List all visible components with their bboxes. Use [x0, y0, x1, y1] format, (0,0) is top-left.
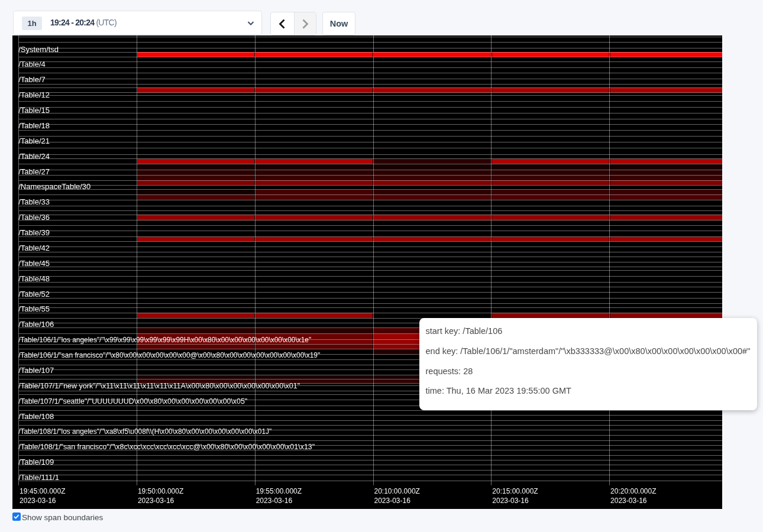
svg-text:2023-03-16: 2023-03-16 [492, 497, 529, 505]
svg-text:/Table/108/1/"los angeles"/"\x: /Table/108/1/"los angeles"/"\xa8\xf5\u00… [18, 427, 271, 436]
svg-text:/Table/48: /Table/48 [18, 274, 50, 283]
svg-text:2023-03-16: 2023-03-16 [610, 497, 647, 505]
svg-text:/Table/107/1/"new york"/"\x11\: /Table/107/1/"new york"/"\x11\x11\x11\x1… [18, 381, 300, 390]
svg-text:19:45:00.000Z: 19:45:00.000Z [20, 487, 65, 495]
svg-text:/Table/24: /Table/24 [18, 152, 50, 161]
svg-text:19:55:00.000Z: 19:55:00.000Z [256, 487, 302, 495]
svg-text:/Table/27: /Table/27 [18, 167, 50, 176]
svg-text:/System/tsd: /System/tsd [18, 45, 59, 54]
svg-text:2023-03-16: 2023-03-16 [256, 497, 293, 505]
svg-text:/Table/106: /Table/106 [18, 320, 54, 329]
svg-text:/Table/108/1/"san francisco"/": /Table/108/1/"san francisco"/"\x8c\xcc\x… [18, 442, 315, 451]
svg-text:/NamespaceTable/30: /NamespaceTable/30 [18, 182, 90, 191]
svg-text:/Table/107/1/"seattle"/"UUUUUU: /Table/107/1/"seattle"/"UUUUUUUD\x00\x80… [18, 397, 247, 406]
svg-text:2023-03-16: 2023-03-16 [20, 497, 56, 505]
svg-text:/Table/106/1/"san francisco"/": /Table/106/1/"san francisco"/"\x80\x00\x… [18, 351, 320, 359]
svg-text:/Table/108: /Table/108 [18, 412, 54, 421]
svg-text:20:15:00.000Z: 20:15:00.000Z [492, 487, 538, 495]
svg-text:/Table/107: /Table/107 [18, 366, 54, 375]
svg-text:/Table/7: /Table/7 [18, 75, 46, 84]
svg-text:/Table/15: /Table/15 [18, 106, 50, 115]
svg-text:/Table/36: /Table/36 [18, 213, 50, 222]
svg-text:/Table/4: /Table/4 [18, 60, 46, 69]
svg-text:/Table/42: /Table/42 [18, 244, 50, 252]
svg-text:/Table/109: /Table/109 [18, 458, 54, 466]
svg-text:/Table/106/1/"los angeles"/"\x: /Table/106/1/"los angeles"/"\x99\x99\x99… [18, 335, 311, 344]
svg-text:/Table/45: /Table/45 [18, 259, 50, 268]
svg-text:/Table/33: /Table/33 [18, 197, 50, 206]
svg-text:2023-03-16: 2023-03-16 [138, 497, 174, 505]
svg-text:/Table/21: /Table/21 [18, 137, 50, 145]
svg-text:/Table/111/1: /Table/111/1 [18, 473, 59, 482]
svg-text:/Table/18: /Table/18 [18, 121, 50, 130]
svg-text:/Table/52: /Table/52 [18, 290, 50, 299]
svg-text:/Table/12: /Table/12 [18, 90, 50, 99]
svg-text:/Table/39: /Table/39 [18, 228, 50, 237]
svg-text:/Table/55: /Table/55 [18, 304, 50, 313]
svg-text:2023-03-16: 2023-03-16 [374, 497, 411, 505]
svg-text:19:50:00.000Z: 19:50:00.000Z [138, 487, 183, 495]
svg-text:20:10:00.000Z: 20:10:00.000Z [374, 487, 420, 495]
svg-text:20:20:00.000Z: 20:20:00.000Z [610, 487, 656, 495]
